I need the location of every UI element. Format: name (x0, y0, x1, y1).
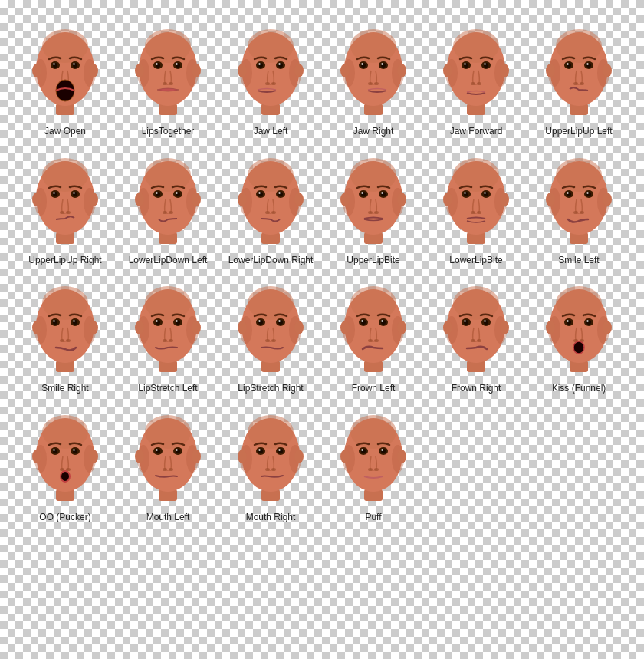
face-item-smile-left: Smile Left (529, 144, 629, 267)
svg-point-186 (32, 321, 41, 334)
svg-point-52 (397, 64, 406, 77)
svg-point-252 (464, 320, 465, 321)
svg-point-309 (294, 450, 304, 463)
svg-point-248 (471, 339, 475, 342)
svg-point-81 (546, 64, 555, 77)
face-item-lower-lip-bite: LowerLipBite (426, 144, 526, 267)
svg-point-102 (53, 192, 54, 193)
face-label-lower-lip-down-left: LowerLipDown Left (129, 255, 208, 267)
svg-point-180 (586, 192, 588, 193)
svg-point-317 (278, 449, 280, 450)
face-grid: Jaw Open LipsTogether (8, 8, 636, 531)
svg-point-75 (484, 63, 485, 64)
face-label-puff: Puff (365, 512, 381, 524)
svg-point-158 (471, 211, 475, 214)
svg-point-159 (477, 211, 481, 214)
svg-point-305 (248, 415, 294, 449)
face-image-jaw-right (327, 15, 419, 123)
svg-point-5 (32, 64, 41, 77)
svg-point-174 (580, 211, 584, 214)
svg-point-162 (464, 192, 465, 193)
svg-point-82 (603, 64, 612, 77)
face-label-smile-left: Smile Left (558, 255, 599, 267)
svg-point-247 (500, 321, 509, 334)
svg-point-83 (573, 82, 578, 85)
svg-point-15 (56, 80, 74, 101)
svg-point-78 (556, 29, 602, 63)
svg-point-188 (60, 339, 64, 342)
svg-point-22 (192, 64, 201, 77)
svg-point-42 (258, 63, 260, 64)
svg-point-128 (265, 211, 270, 214)
svg-point-290 (145, 415, 191, 449)
svg-point-97 (89, 193, 98, 206)
svg-point-113 (163, 211, 167, 214)
face-label-jaw-left: Jaw Left (254, 126, 288, 138)
svg-point-143 (368, 211, 373, 214)
svg-point-311 (271, 468, 276, 471)
svg-point-60 (381, 63, 383, 64)
face-label-jaw-forward: Jaw Forward (450, 126, 503, 138)
svg-point-114 (169, 211, 173, 214)
svg-point-202 (192, 321, 201, 334)
svg-point-39 (271, 82, 276, 85)
svg-point-177 (567, 192, 568, 193)
svg-point-302 (176, 449, 177, 450)
svg-point-33 (248, 29, 294, 63)
svg-point-262 (603, 321, 612, 334)
svg-point-324 (397, 450, 406, 463)
svg-point-323 (340, 450, 350, 463)
svg-point-72 (464, 63, 465, 64)
svg-point-120 (176, 192, 177, 193)
svg-point-165 (484, 192, 485, 193)
svg-point-108 (145, 158, 191, 192)
face-image-puff (327, 401, 419, 509)
svg-point-216 (238, 321, 247, 334)
face-item-jaw-open: Jaw Open (15, 15, 115, 138)
svg-point-329 (361, 449, 363, 450)
svg-point-87 (567, 63, 568, 64)
svg-point-2 (42, 29, 88, 63)
face-label-mouth-left: Mouth Left (146, 512, 190, 524)
svg-point-69 (477, 82, 481, 85)
face-item-frown-right: Frown Right (426, 272, 526, 395)
svg-point-99 (66, 211, 71, 214)
face-image-lower-lip-down-right (225, 144, 317, 252)
svg-point-45 (278, 63, 280, 64)
face-image-lower-lip-bite (430, 144, 522, 252)
svg-point-261 (546, 321, 555, 334)
face-image-mouth-left (122, 401, 214, 509)
svg-point-105 (73, 192, 74, 193)
svg-point-129 (271, 211, 276, 214)
svg-point-201 (135, 321, 144, 334)
face-item-smile-right: Smile Right (15, 272, 115, 395)
svg-point-308 (238, 450, 247, 463)
svg-point-249 (477, 339, 481, 342)
svg-point-203 (163, 339, 167, 342)
face-item-upper-lip-bite: UpperLipBite (324, 144, 423, 267)
face-label-jaw-open: Jaw Open (44, 126, 86, 138)
svg-point-147 (361, 192, 363, 193)
svg-point-156 (443, 193, 452, 206)
svg-point-138 (350, 158, 396, 192)
face-label-upper-lip-bite: UpperLipBite (347, 255, 399, 267)
face-label-mouth-right: Mouth Right (246, 512, 296, 524)
svg-point-332 (381, 449, 383, 450)
svg-point-23 (163, 82, 167, 85)
svg-point-11 (53, 63, 54, 64)
svg-point-132 (258, 192, 260, 193)
svg-point-67 (500, 64, 509, 77)
face-image-upper-lip-up-right (19, 144, 111, 252)
svg-point-153 (453, 158, 499, 192)
face-item-lip-stretch-left: LipStretch Left (118, 272, 218, 395)
face-label-lower-lip-down-right: LowerLipDown Right (228, 255, 314, 267)
svg-point-6 (89, 64, 98, 77)
svg-point-187 (89, 321, 98, 334)
face-image-smile-right (19, 272, 111, 380)
svg-point-237 (361, 320, 363, 321)
face-label-frown-right: Frown Right (452, 383, 501, 395)
svg-point-204 (169, 339, 173, 342)
face-item-jaw-left: Jaw Left (221, 15, 320, 138)
face-item-kiss-funnel: Kiss (Funnel) (529, 272, 629, 395)
face-item-jaw-right: Jaw Right (324, 15, 423, 138)
